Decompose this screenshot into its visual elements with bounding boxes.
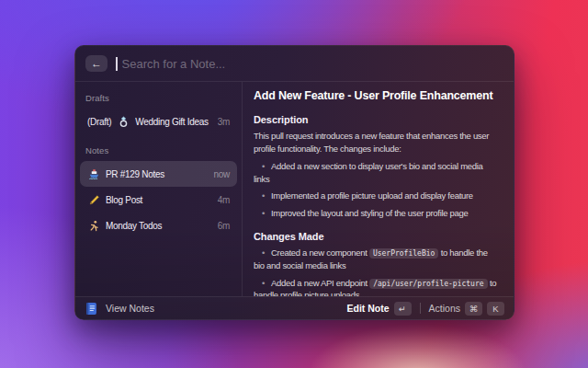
note-item-title: Wedding Gift Ideas bbox=[135, 117, 211, 127]
inline-code: /api/user/profile-picture bbox=[369, 279, 487, 289]
bullet-item: •Implemented a profile picture upload an… bbox=[254, 190, 500, 202]
draft-prefix: (Draft) bbox=[87, 117, 111, 127]
sidebar-section-label: Drafts bbox=[85, 93, 232, 103]
bullet-dot: • bbox=[254, 161, 271, 171]
notebook-icon bbox=[85, 302, 98, 316]
actions-button[interactable]: Actions⌘K bbox=[429, 302, 504, 316]
keycap: ↵ bbox=[394, 302, 412, 316]
section-heading: Description bbox=[254, 113, 500, 126]
paragraph: This pull request introduces a new featu… bbox=[254, 130, 500, 155]
note-item-time: 3m bbox=[218, 117, 230, 127]
sidebar-item-pr-129-notes[interactable]: PR #129 Notesnow bbox=[80, 161, 237, 187]
keycap: K bbox=[487, 302, 504, 316]
note-preview-pane[interactable]: Add New Feature - User Profile Enhanceme… bbox=[243, 82, 514, 296]
bullet-item: •Improved the layout and styling of the … bbox=[254, 207, 500, 220]
inline-code: UserProfileBio bbox=[369, 248, 438, 259]
keycap: ⌘ bbox=[465, 302, 482, 316]
desktop-background: ← Drafts(Draft)Wedding Gift Ideas3mNotes… bbox=[0, 0, 588, 368]
bullet-dot: • bbox=[254, 190, 271, 201]
edit-note-label: Edit Note bbox=[346, 303, 389, 314]
sidebar-item-draft-wedding-gift-ideas[interactable]: (Draft)Wedding Gift Ideas3m bbox=[80, 109, 237, 134]
bullet-item: •Created a new component UserProfileBio … bbox=[254, 247, 500, 272]
note-item-title: PR #129 Notes bbox=[106, 169, 209, 179]
note-item-time: 4m bbox=[218, 195, 230, 205]
text-cursor bbox=[116, 57, 118, 71]
note-item-time: 6m bbox=[218, 221, 230, 231]
note-item-time: now bbox=[214, 169, 230, 179]
note-preview-body: DescriptionThis pull request introduces … bbox=[254, 113, 500, 296]
hint-divider bbox=[420, 303, 421, 314]
ship-icon bbox=[87, 167, 100, 180]
app-chip[interactable]: View Notes bbox=[85, 302, 154, 316]
sidebar-item-blog-post[interactable]: Blog Post4m bbox=[80, 187, 237, 213]
note-item-title: Monday Todos bbox=[106, 221, 212, 231]
arrow-left-icon: ← bbox=[91, 58, 102, 69]
footer-bar: View Notes Edit Note↵Actions⌘K bbox=[75, 296, 514, 319]
back-button[interactable]: ← bbox=[85, 55, 107, 72]
ring-icon bbox=[117, 115, 130, 128]
bullet-dot: • bbox=[254, 278, 271, 288]
bullet-dot: • bbox=[254, 208, 271, 218]
search-header: ← bbox=[75, 46, 514, 82]
sidebar-section-label: Notes bbox=[85, 145, 232, 155]
pencil-icon bbox=[87, 193, 100, 206]
actions-label: Actions bbox=[429, 303, 460, 314]
footer-hints: Edit Note↵Actions⌘K bbox=[346, 302, 504, 316]
edit-note-button[interactable]: Edit Note↵ bbox=[346, 302, 411, 316]
bullet-dot: • bbox=[254, 247, 271, 258]
sidebar-item-monday-todos[interactable]: Monday Todos6m bbox=[80, 213, 237, 238]
app-label: View Notes bbox=[106, 303, 154, 314]
note-title: Add New Feature - User Profile Enhanceme… bbox=[254, 89, 500, 103]
bullet-item: •Added a new section to display user's b… bbox=[254, 160, 500, 186]
notes-window: ← Drafts(Draft)Wedding Gift Ideas3mNotes… bbox=[74, 45, 514, 320]
runner-icon bbox=[87, 219, 100, 232]
note-item-title: Blog Post bbox=[106, 195, 212, 205]
note-list-sidebar: Drafts(Draft)Wedding Gift Ideas3mNotesPR… bbox=[75, 82, 243, 296]
search-input[interactable] bbox=[122, 57, 504, 71]
bullet-item: •Added a new API endpoint /api/user/prof… bbox=[254, 277, 500, 296]
section-heading: Changes Made bbox=[254, 230, 500, 243]
